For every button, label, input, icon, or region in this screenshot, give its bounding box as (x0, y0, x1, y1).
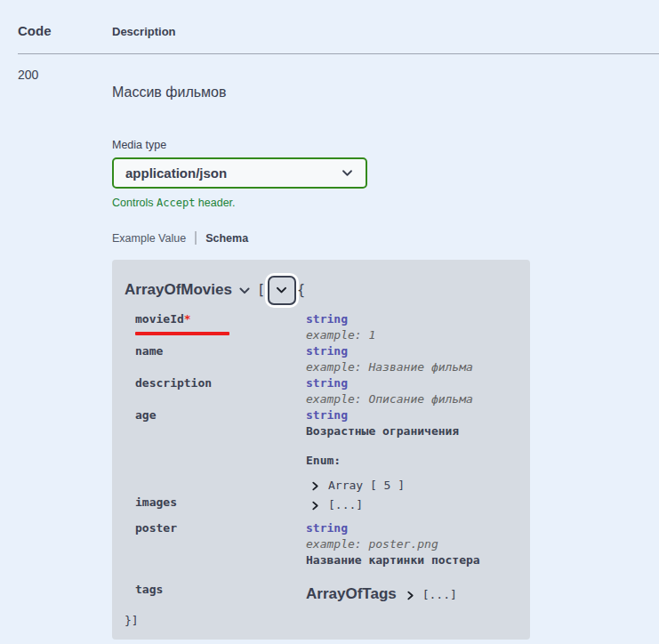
controls-accept-note: Controls Accept header. (112, 197, 659, 209)
property-value: stringexample: poster.pngНазвание картин… (306, 520, 518, 568)
media-type-selected-value: application/json (125, 165, 227, 181)
property-name: age (125, 407, 306, 495)
response-code: 200 (18, 68, 112, 640)
enum-array-toggle[interactable]: Array [ 5 ] (306, 477, 518, 495)
property-name: name (125, 343, 306, 375)
schema-model-box: ArrayOfMovies [ { movieId*stringexample:… (112, 260, 530, 640)
responses-table-header: Code Description (18, 0, 659, 38)
model-title[interactable]: ArrayOfMovies (125, 281, 232, 299)
schema-properties: movieId*stringexample: 1namestringexampl… (125, 311, 518, 603)
property-value: stringexample: Описание фильма (306, 375, 518, 407)
model-tabs: Example Value Schema (112, 231, 659, 245)
code-column-header: Code (18, 23, 112, 38)
required-asterisk: * (184, 312, 191, 326)
ref-model-toggle[interactable]: ArrayOfTags[...] (306, 585, 518, 603)
note-prefix: Controls (112, 197, 157, 209)
response-description: Массив фильмов (112, 85, 659, 101)
property-type: string (306, 311, 518, 327)
property-name: description (125, 375, 306, 407)
property-name: tags (125, 582, 306, 603)
property-description: Возрастные ограничения (306, 423, 518, 439)
tab-schema[interactable]: Schema (205, 232, 248, 245)
note-suffix: header. (195, 197, 235, 209)
response-body: Массив фильмов Media type application/js… (112, 68, 659, 640)
enum-label: Enum: (306, 453, 518, 469)
chevron-down-icon[interactable] (238, 285, 251, 297)
schema-property-row: descriptionstringexample: Описание фильм… (125, 375, 518, 407)
schema-property-row: movieId*stringexample: 1 (125, 311, 518, 343)
annotation-underline (135, 332, 229, 335)
chevron-down-icon (341, 166, 354, 180)
property-value: stringВозрастные ограниченияEnum:Array [… (306, 407, 518, 495)
property-example: example: Описание фильма (306, 391, 518, 407)
schema-property-row: tagsArrayOfTags[...] (125, 582, 518, 603)
property-type: string (306, 407, 518, 423)
tab-example-value[interactable]: Example Value (112, 232, 186, 245)
open-square-bracket: [ (257, 282, 265, 298)
response-row-200: 200 Массив фильмов Media type applicatio… (18, 54, 659, 640)
schema-property-row: namestringexample: Название фильма (125, 343, 518, 375)
chevron-right-icon (310, 500, 328, 511)
tab-separator (195, 231, 197, 245)
model-collapse-button[interactable] (268, 276, 296, 305)
closing-brackets: }] (125, 613, 518, 629)
description-column-header: Description (112, 23, 176, 38)
responses-section: Code Description 200 Массив фильмов Medi… (0, 0, 659, 644)
property-value: [...] (306, 495, 518, 520)
chevron-right-icon (397, 588, 422, 601)
property-value: ArrayOfTags[...] (306, 582, 518, 603)
property-type: string (306, 520, 518, 536)
open-curly-bracket: { (297, 282, 305, 298)
property-example: example: Название фильма (306, 359, 518, 375)
property-type: string (306, 343, 518, 359)
schema-property-row: agestringВозрастные ограниченияEnum:Arra… (125, 407, 518, 495)
property-description: Название картинки постера (306, 552, 518, 568)
property-name: images (125, 495, 306, 520)
collapsed-toggle-label: [...] (328, 496, 363, 514)
schema-property-row: posterstringexample: poster.pngНазвание … (125, 520, 518, 568)
enum-array-toggle-label: Array [ 5 ] (328, 477, 405, 495)
collapsed-toggle[interactable]: [...] (306, 496, 518, 514)
media-type-block: Media type application/json Controls Acc… (112, 139, 659, 209)
chevron-right-icon (310, 480, 328, 492)
property-value: stringexample: 1 (306, 311, 518, 343)
note-accept-code: Accept (157, 197, 195, 209)
media-type-select[interactable]: application/json (112, 157, 367, 189)
schema-property-row: images[...] (125, 495, 518, 520)
property-value: stringexample: Название фильма (306, 343, 518, 375)
media-type-label: Media type (112, 139, 659, 151)
property-name: poster (125, 520, 306, 568)
property-type: string (306, 375, 518, 391)
property-name: movieId* (125, 311, 306, 343)
property-example: example: poster.png (306, 536, 518, 552)
collapsed-toggle-label: [...] (422, 588, 457, 601)
property-example: example: 1 (306, 327, 518, 343)
ref-model-title: ArrayOfTags (306, 585, 397, 603)
model-title-row: ArrayOfMovies [ { (125, 273, 518, 307)
chevron-down-icon (275, 284, 288, 297)
